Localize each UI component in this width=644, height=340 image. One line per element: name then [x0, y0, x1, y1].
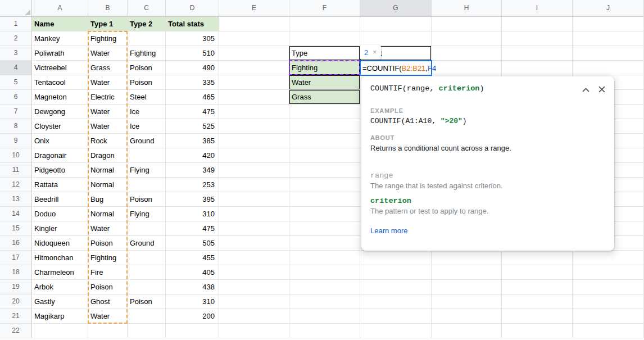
- row-header-14[interactable]: 14: [0, 207, 32, 221]
- cell-C19[interactable]: [128, 280, 166, 294]
- cell-D20[interactable]: 310: [166, 294, 219, 309]
- cell-A6[interactable]: Magneton: [32, 90, 88, 105]
- cell-J3[interactable]: [573, 46, 644, 61]
- cell-D2[interactable]: 305: [166, 31, 219, 46]
- cell-B18[interactable]: Fire: [88, 265, 128, 280]
- col-header-I[interactable]: I: [502, 0, 573, 17]
- cell-G18[interactable]: [360, 265, 432, 280]
- cell-A1[interactable]: Name: [32, 17, 88, 31]
- cell-C5[interactable]: Poison: [128, 75, 166, 90]
- col-header-H[interactable]: H: [432, 0, 502, 17]
- cell-E5[interactable]: [219, 75, 289, 90]
- cell-B20[interactable]: Ghost: [88, 294, 128, 309]
- cell-D21[interactable]: 200: [166, 309, 219, 324]
- cell-H22[interactable]: [432, 324, 502, 338]
- cell-I1[interactable]: [502, 17, 573, 31]
- cell-A10[interactable]: Dragonair: [32, 148, 88, 163]
- cell-B14[interactable]: Normal: [88, 207, 128, 221]
- cell-D1[interactable]: Total stats: [166, 17, 219, 31]
- cell-C6[interactable]: Steel: [128, 90, 166, 105]
- cell-A18[interactable]: Charmeleon: [32, 265, 88, 280]
- cell-D3[interactable]: 510: [166, 46, 219, 61]
- cell-F8[interactable]: [289, 119, 360, 134]
- cell-F17[interactable]: [289, 251, 360, 265]
- cell-I22[interactable]: [502, 324, 573, 338]
- cell-F9[interactable]: [289, 134, 360, 148]
- cell-G19[interactable]: [360, 280, 432, 294]
- cell-E16[interactable]: [219, 236, 289, 251]
- row-header-17[interactable]: 17: [0, 251, 32, 265]
- cell-I2[interactable]: [502, 31, 573, 46]
- cell-F14[interactable]: [289, 207, 360, 221]
- row-header-13[interactable]: 13: [0, 192, 32, 207]
- cell-A5[interactable]: Tentacool: [32, 75, 88, 90]
- col-header-C[interactable]: C: [128, 0, 166, 17]
- cell-G20[interactable]: [360, 294, 432, 309]
- row-header-3[interactable]: 3: [0, 46, 32, 61]
- cell-F4[interactable]: Fighting: [289, 61, 360, 75]
- cell-D18[interactable]: 405: [166, 265, 219, 280]
- cell-B9[interactable]: Rock: [88, 134, 128, 148]
- col-header-J[interactable]: J: [573, 0, 644, 17]
- cell-B21[interactable]: Water: [88, 309, 128, 324]
- cell-F19[interactable]: [289, 280, 360, 294]
- cell-D6[interactable]: 465: [166, 90, 219, 105]
- cell-F15[interactable]: [289, 221, 360, 236]
- cell-A19[interactable]: Arbok: [32, 280, 88, 294]
- cell-E18[interactable]: [219, 265, 289, 280]
- cell-G17[interactable]: [360, 251, 432, 265]
- row-header-7[interactable]: 7: [0, 105, 32, 119]
- cell-C10[interactable]: [128, 148, 166, 163]
- cell-C12[interactable]: [128, 178, 166, 192]
- cell-B1[interactable]: Type 1: [88, 17, 128, 31]
- cell-C18[interactable]: [128, 265, 166, 280]
- cell-F7[interactable]: [289, 105, 360, 119]
- cell-H21[interactable]: [432, 309, 502, 324]
- cell-G1[interactable]: [360, 17, 432, 31]
- cell-D14[interactable]: 310: [166, 207, 219, 221]
- cell-D17[interactable]: 455: [166, 251, 219, 265]
- cell-H18[interactable]: [432, 265, 502, 280]
- row-header-10[interactable]: 10: [0, 148, 32, 163]
- cell-F1[interactable]: [289, 17, 360, 31]
- cell-A3[interactable]: Poliwrath: [32, 46, 88, 61]
- cell-F13[interactable]: [289, 192, 360, 207]
- col-header-E[interactable]: E: [219, 0, 289, 17]
- cell-I20[interactable]: [502, 294, 573, 309]
- cell-B7[interactable]: Water: [88, 105, 128, 119]
- cell-G2[interactable]: [360, 31, 432, 46]
- cell-A8[interactable]: Cloyster: [32, 119, 88, 134]
- cell-I18[interactable]: [502, 265, 573, 280]
- cell-A7[interactable]: Dewgong: [32, 105, 88, 119]
- cell-A11[interactable]: Pidgeotto: [32, 163, 88, 178]
- col-header-B[interactable]: B: [88, 0, 128, 17]
- cell-E17[interactable]: [219, 251, 289, 265]
- cell-G22[interactable]: [360, 324, 432, 338]
- cell-C7[interactable]: Ice: [128, 105, 166, 119]
- cell-H2[interactable]: [432, 31, 502, 46]
- cell-C22[interactable]: [128, 324, 166, 338]
- cell-J19[interactable]: [573, 280, 644, 294]
- cell-I4[interactable]: [502, 61, 573, 75]
- cell-F20[interactable]: [289, 294, 360, 309]
- row-header-21[interactable]: 21: [0, 309, 32, 324]
- cell-A16[interactable]: Nidoqueen: [32, 236, 88, 251]
- cell-H20[interactable]: [432, 294, 502, 309]
- cell-E13[interactable]: [219, 192, 289, 207]
- cell-D8[interactable]: 525: [166, 119, 219, 134]
- cell-C21[interactable]: [128, 309, 166, 324]
- cell-G21[interactable]: [360, 309, 432, 324]
- cell-C9[interactable]: Ground: [128, 134, 166, 148]
- cell-D4[interactable]: 490: [166, 61, 219, 75]
- cell-E6[interactable]: [219, 90, 289, 105]
- row-header-5[interactable]: 5: [0, 75, 32, 90]
- cell-B4[interactable]: Grass: [88, 61, 128, 75]
- cell-A14[interactable]: Doduo: [32, 207, 88, 221]
- cell-C16[interactable]: Ground: [128, 236, 166, 251]
- cell-I19[interactable]: [502, 280, 573, 294]
- cell-B12[interactable]: Normal: [88, 178, 128, 192]
- cell-E14[interactable]: [219, 207, 289, 221]
- cell-B17[interactable]: Fighting: [88, 251, 128, 265]
- cell-H19[interactable]: [432, 280, 502, 294]
- cell-J1[interactable]: [573, 17, 644, 31]
